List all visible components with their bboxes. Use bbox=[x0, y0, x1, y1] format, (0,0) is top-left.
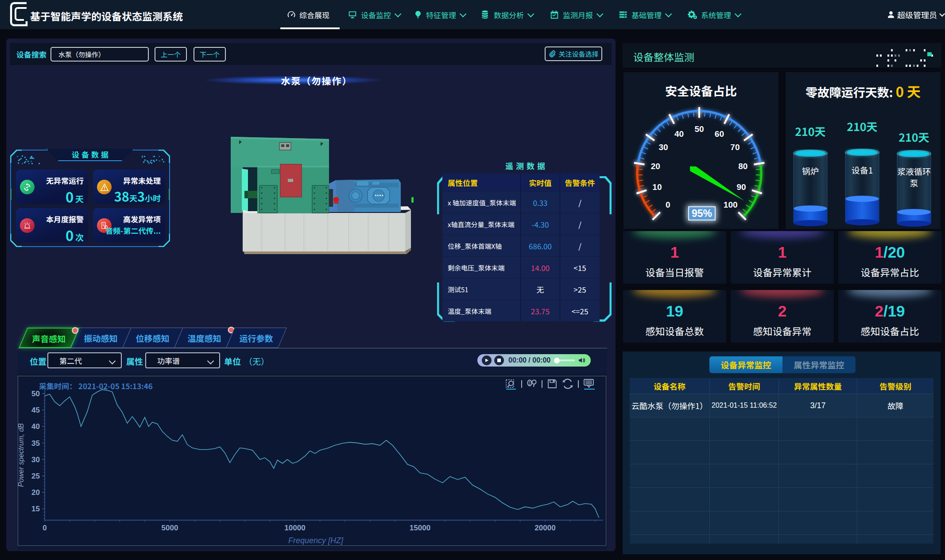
svg-text:10: 10 bbox=[652, 182, 662, 192]
svg-text:60: 60 bbox=[715, 129, 724, 139]
svg-text:30: 30 bbox=[31, 456, 40, 464]
svg-text:25: 25 bbox=[31, 472, 40, 480]
svg-text:50: 50 bbox=[694, 124, 704, 134]
svg-text:100: 100 bbox=[724, 200, 738, 209]
svg-text:35: 35 bbox=[31, 439, 40, 448]
svg-text:5000: 5000 bbox=[162, 524, 178, 532]
svg-text:20000: 20000 bbox=[534, 524, 555, 532]
svg-text:45: 45 bbox=[31, 406, 40, 414]
svg-text:Frequency [HZ]: Frequency [HZ] bbox=[288, 536, 344, 545]
svg-text:40: 40 bbox=[31, 422, 40, 431]
svg-text:30: 30 bbox=[659, 143, 668, 152]
svg-text:0: 0 bbox=[666, 200, 670, 209]
svg-text:50: 50 bbox=[31, 390, 40, 398]
svg-text:40: 40 bbox=[674, 129, 684, 139]
svg-text:90: 90 bbox=[737, 182, 746, 192]
svg-text:20: 20 bbox=[31, 488, 40, 497]
svg-text:10000: 10000 bbox=[284, 524, 305, 532]
svg-text:0: 0 bbox=[43, 524, 46, 532]
svg-text:15000: 15000 bbox=[410, 524, 430, 532]
svg-text:Power spectrum, dB: Power spectrum, dB bbox=[18, 423, 25, 487]
svg-text:80: 80 bbox=[738, 162, 747, 171]
svg-text:70: 70 bbox=[730, 143, 740, 152]
svg-text:15: 15 bbox=[31, 505, 40, 513]
svg-text:20: 20 bbox=[651, 162, 660, 171]
